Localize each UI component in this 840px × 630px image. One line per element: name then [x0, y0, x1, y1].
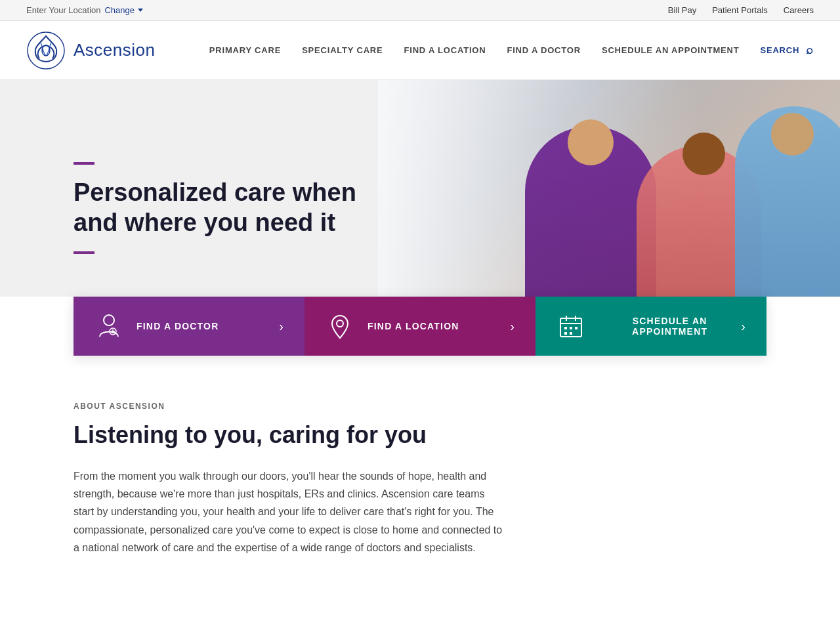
nav-find-location[interactable]: FIND A LOCATION: [404, 40, 486, 60]
action-cards: FIND A DOCTOR › FIND A LOCATION ›: [74, 297, 766, 356]
logo-text: Ascension: [74, 40, 155, 60]
svg-rect-15: [570, 332, 572, 335]
about-section-label: ABOUT ASCENSION: [74, 402, 766, 411]
search-icon: ⌕: [806, 43, 814, 57]
schedule-appointment-card-inner: SCHEDULE AN APPOINTMENT: [556, 312, 741, 341]
about-title: Listening to you, caring for you: [74, 421, 766, 449]
find-doctor-card-inner: FIND A DOCTOR: [94, 312, 219, 341]
header: Ascension PRIMARY CARE SPECIALTY CARE FI…: [0, 21, 840, 80]
schedule-appointment-card[interactable]: SCHEDULE AN APPOINTMENT ›: [536, 297, 766, 356]
svg-rect-11: [564, 327, 567, 329]
hero-title: Personalized care when and where you nee…: [74, 178, 407, 238]
calendar-icon: [556, 312, 585, 341]
ascension-logo-icon: [26, 31, 66, 70]
hero-content: Personalized care when and where you nee…: [0, 162, 407, 253]
location-label: Enter Your Location: [26, 5, 100, 15]
top-bar-links: Bill Pay Patient Portals Careers: [668, 5, 814, 15]
svg-point-0: [28, 32, 64, 69]
doctor-icon: [94, 312, 123, 341]
schedule-appointment-label: SCHEDULE AN APPOINTMENT: [598, 316, 741, 337]
top-bar: Enter Your Location Change Bill Pay Pati…: [0, 0, 840, 21]
search-link[interactable]: SEARCH ⌕: [760, 43, 814, 57]
schedule-appointment-arrow: ›: [741, 319, 746, 334]
location-section: Enter Your Location Change: [26, 5, 143, 15]
about-section: ABOUT ASCENSION Listening to you, caring…: [0, 356, 840, 583]
find-location-card-inner: FIND A LOCATION: [326, 312, 459, 341]
nav-specialty-care[interactable]: SPECIALTY CARE: [302, 40, 383, 60]
find-location-card[interactable]: FIND A LOCATION ›: [304, 297, 536, 356]
svg-point-2: [104, 315, 114, 326]
nav-schedule-appointment[interactable]: SCHEDULE AN APPOINTMENT: [602, 40, 740, 60]
patient-portals-link[interactable]: Patient Portals: [712, 5, 768, 15]
find-doctor-card[interactable]: FIND A DOCTOR ›: [74, 297, 304, 356]
svg-rect-14: [564, 332, 567, 335]
action-cards-wrapper: FIND A DOCTOR › FIND A LOCATION ›: [0, 297, 840, 356]
bill-pay-link[interactable]: Bill Pay: [668, 5, 696, 15]
svg-rect-13: [575, 327, 578, 329]
about-body-text: From the moment you walk through our doo…: [74, 467, 507, 556]
find-doctor-label: FIND A DOCTOR: [136, 321, 219, 331]
nav-primary-care[interactable]: PRIMARY CARE: [209, 40, 281, 60]
find-location-arrow: ›: [510, 319, 514, 334]
hero-accent-line-bottom: [74, 251, 94, 254]
search-label: SEARCH: [760, 45, 799, 55]
main-nav: PRIMARY CARE SPECIALTY CARE FIND A LOCAT…: [209, 40, 814, 60]
svg-rect-12: [570, 327, 572, 329]
hero-accent-line-top: [74, 162, 94, 165]
nav-find-doctor[interactable]: FIND A DOCTOR: [507, 40, 580, 60]
careers-link[interactable]: Careers: [784, 5, 814, 15]
chevron-down-icon: [138, 9, 143, 12]
find-location-label: FIND A LOCATION: [368, 321, 459, 331]
svg-point-6: [337, 320, 343, 327]
find-doctor-arrow: ›: [279, 319, 284, 334]
logo-link[interactable]: Ascension: [26, 31, 155, 70]
location-icon: [326, 312, 354, 341]
change-location-link[interactable]: Change: [104, 5, 143, 15]
